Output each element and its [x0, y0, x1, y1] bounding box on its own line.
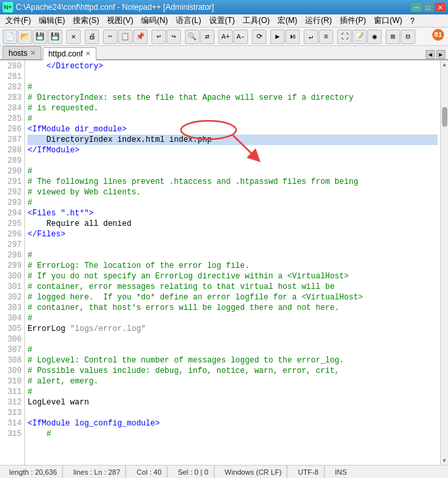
line-number: 283 — [1, 93, 22, 103]
menu-item-l[interactable]: 语言(L) — [172, 14, 205, 27]
status-sel: Sel : 0 | 0 — [173, 466, 214, 478]
code-line: # is requested. — [28, 103, 438, 114]
editor-area: 2802812822832842852862872882892902912922… — [0, 60, 448, 465]
title-bar: N+ C:\Apache24\conf\httpd.conf - Notepad… — [0, 0, 448, 14]
code-line: </Files> — [28, 229, 438, 240]
menu-item-[interactable]: ? — [406, 16, 418, 26]
line-number: 313 — [1, 408, 22, 418]
tab-httpd[interactable]: httpd.conf ✕ — [43, 47, 97, 60]
close-button-tb[interactable]: ✕ — [66, 30, 81, 44]
zoom-out-button[interactable]: A- — [234, 30, 248, 44]
code-line: # alert, emerg. — [28, 376, 438, 387]
line-number: 294 — [1, 208, 22, 219]
extra2-button[interactable]: ⊟ — [401, 30, 415, 44]
line-number: 303 — [1, 303, 22, 313]
line-number: 288 — [1, 145, 22, 156]
menu-item-v[interactable]: 视图(V) — [103, 14, 137, 27]
tab-scroll-right[interactable]: ▶ — [436, 50, 445, 59]
undo-button[interactable]: ↩ — [152, 30, 166, 44]
code-line: # viewed by Web clients. — [28, 187, 438, 198]
close-button[interactable]: ✕ — [435, 3, 445, 12]
menu-item-t[interactable]: 设置(T) — [205, 14, 239, 27]
macro2-button[interactable]: ⏯ — [285, 30, 300, 44]
focus-button[interactable]: ◉ — [367, 30, 382, 44]
line-number: 287 — [1, 135, 22, 145]
line-number: 285 — [1, 114, 22, 124]
tab-hosts[interactable]: hosts ✕ — [3, 46, 41, 59]
save-button[interactable]: 💾 — [33, 30, 47, 44]
menu-item-r[interactable]: 运行(R) — [301, 14, 336, 27]
maximize-button[interactable]: □ — [423, 3, 434, 12]
menu-item-n[interactable]: 编码(N) — [137, 14, 172, 27]
scroll-thumb[interactable] — [442, 107, 447, 127]
code-line: <Files ".ht*"> — [28, 208, 438, 219]
zoom-in-button[interactable]: A+ — [218, 30, 233, 44]
tab-httpd-close[interactable]: ✕ — [85, 50, 91, 57]
status-bar: length : 20,636 lines : Ln : 287 Col : 4… — [0, 465, 448, 478]
code-line — [28, 156, 438, 166]
menu-item-s[interactable]: 搜索(S) — [69, 14, 103, 27]
fullscreen-button[interactable]: ⛶ — [337, 30, 352, 44]
status-line: lines : Ln : 287 — [68, 466, 127, 478]
line-number: 307 — [1, 345, 22, 355]
wordwrap-button[interactable]: ↵ — [304, 30, 318, 44]
line-number: 296 — [1, 229, 22, 240]
line-number: 311 — [1, 387, 22, 397]
line-number: 310 — [1, 376, 22, 387]
update-badge[interactable]: 81 — [432, 29, 444, 41]
paste-button[interactable]: 📌 — [133, 30, 148, 44]
indent-button[interactable]: ≡ — [319, 30, 333, 44]
line-number: 300 — [1, 271, 22, 282]
code-line: # If you do not specify an ErrorLog dire… — [28, 271, 438, 282]
code-line: # logged here. If you *do* define an err… — [28, 292, 438, 303]
menu-item-f[interactable]: 文件(F) — [1, 14, 35, 27]
code-line: # — [28, 166, 438, 177]
line-number: 306 — [1, 334, 22, 345]
line-number: 284 — [1, 103, 22, 114]
code-line: ErrorLog "logs/error.log" — [28, 324, 438, 334]
line-number: 309 — [1, 366, 22, 376]
print-button[interactable]: 🖨 — [85, 30, 99, 44]
line-number: 281 — [1, 72, 22, 82]
menu-item-w[interactable]: 窗口(W) — [370, 14, 406, 27]
line-number: 291 — [1, 177, 22, 187]
line-number: 280 — [1, 61, 22, 72]
redo-button[interactable]: ↪ — [167, 30, 181, 44]
extra1-button[interactable]: ⊞ — [386, 30, 400, 44]
code-line: Require all denied — [28, 219, 438, 229]
tab-httpd-label: httpd.conf — [49, 49, 83, 58]
code-line: # — [28, 82, 438, 93]
find-button[interactable]: 🔍 — [185, 30, 199, 44]
scroll-up-arrow[interactable]: ▲ — [443, 62, 446, 68]
status-encoding: UTF-8 — [293, 466, 324, 478]
code-area[interactable]: </Directory> ## DirectoryIndex: sets the… — [25, 60, 440, 465]
tab-scroll-left[interactable]: ◀ — [426, 50, 435, 59]
line-number: 301 — [1, 282, 22, 292]
code-line: # ErrorLog: The location of the error lo… — [28, 261, 438, 271]
code-line — [28, 72, 438, 82]
code-line: # — [28, 114, 438, 124]
code-line: # — [28, 198, 438, 208]
code-line: # container, error messages relating to … — [28, 282, 438, 292]
scrollbar-vertical[interactable]: ▲ ▼ — [440, 60, 448, 465]
save-all-button[interactable]: 💾 — [48, 30, 62, 44]
code-line — [28, 408, 438, 418]
postit-button[interactable]: 📝 — [352, 30, 367, 44]
minimize-button[interactable]: ─ — [411, 3, 422, 12]
copy-button[interactable]: 📋 — [118, 30, 132, 44]
scroll-down-arrow[interactable]: ▼ — [443, 458, 446, 464]
menu-item-o[interactable]: 工具(O) — [239, 14, 274, 27]
new-button[interactable]: 📄 — [3, 30, 17, 44]
sync-button[interactable]: ⟳ — [252, 30, 266, 44]
menu-item-p[interactable]: 插件(P) — [336, 14, 370, 27]
cut-button[interactable]: ✂ — [103, 30, 117, 44]
open-button[interactable]: 📂 — [18, 30, 32, 44]
macro-button[interactable]: ▶ — [270, 30, 285, 44]
menu-item-e[interactable]: 编辑(E) — [35, 14, 69, 27]
tab-hosts-close[interactable]: ✕ — [30, 49, 35, 56]
status-mode: INS — [330, 466, 352, 478]
menu-item-m[interactable]: 宏(M) — [274, 14, 301, 27]
code-line: <IfModule log_config_module> — [28, 418, 438, 429]
replace-button[interactable]: ⇄ — [200, 30, 214, 44]
status-eol: Windows (CR LF) — [220, 466, 288, 478]
